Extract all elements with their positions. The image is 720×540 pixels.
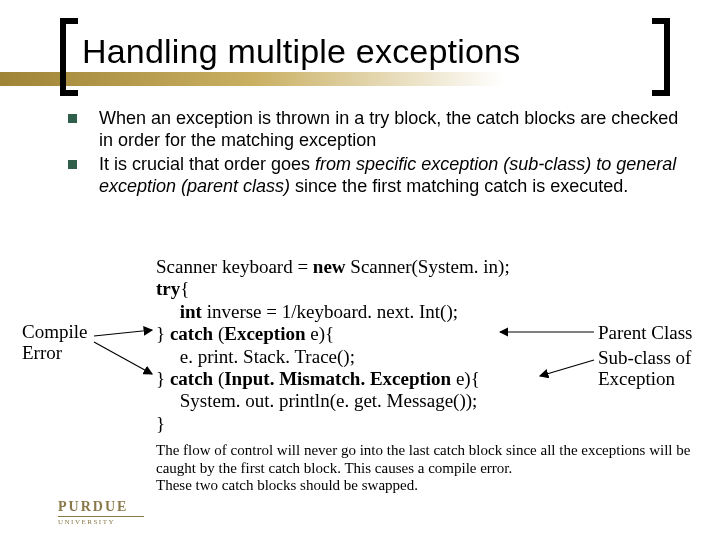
text: Compile xyxy=(22,322,87,343)
slide-title: Handling multiple exceptions xyxy=(82,32,520,71)
text: since the first matching catch is execut… xyxy=(290,176,628,196)
code-text: inverse = 1/keyboard. next. Int(); xyxy=(202,301,458,322)
text: These two catch blocks should be swapped… xyxy=(156,477,704,495)
code-keyword: new xyxy=(313,256,346,277)
code-text: e){ xyxy=(306,323,335,344)
text: It is crucial that order goes xyxy=(99,154,315,174)
logo-text: PURDUE xyxy=(58,499,144,515)
code-block: Scanner keyboard = new Scanner(System. i… xyxy=(156,256,510,435)
label-parent-class: Parent Class xyxy=(598,322,692,344)
label-subclass: Sub-class of Exception xyxy=(598,348,691,390)
list-item: It is crucial that order goes from speci… xyxy=(68,154,680,198)
bullet-icon xyxy=(68,114,77,123)
code-type: Input. Mismatch. Exception xyxy=(224,368,451,389)
code-text: e. print. Stack. Trace(); xyxy=(156,346,355,367)
code-keyword: catch xyxy=(170,323,213,344)
list-item: When an exception is thrown in a try blo… xyxy=(68,108,680,152)
code-keyword: int xyxy=(180,301,202,322)
code-text: } xyxy=(156,323,170,344)
code-text: } xyxy=(156,368,170,389)
svg-line-0 xyxy=(94,330,152,336)
code-text: { xyxy=(180,278,189,299)
code-keyword: catch xyxy=(170,368,213,389)
svg-line-1 xyxy=(94,342,152,374)
code-text: Scanner keyboard = xyxy=(156,256,313,277)
label-compile-error: Compile Error xyxy=(22,322,87,364)
text: Exception xyxy=(598,369,691,390)
logo-text: UNIVERSITY xyxy=(58,516,144,526)
bullet-icon xyxy=(68,160,77,169)
code-text: System. out. println(e. get. Message()); xyxy=(156,390,477,411)
bracket-right-icon xyxy=(652,18,670,96)
code-text: } xyxy=(156,413,165,434)
text: The flow of control will never go into t… xyxy=(156,442,704,477)
bullet-list: When an exception is thrown in a try blo… xyxy=(68,108,680,200)
bracket-left-icon xyxy=(60,18,78,96)
text: Error xyxy=(22,343,87,364)
code-text: ( xyxy=(213,323,224,344)
svg-line-3 xyxy=(540,360,594,376)
title-container: Handling multiple exceptions xyxy=(60,18,670,98)
bullet-text: When an exception is thrown in a try blo… xyxy=(99,108,680,152)
text: Sub-class of xyxy=(598,348,691,369)
code-text: ( xyxy=(213,368,224,389)
code-text: Scanner(System. in); xyxy=(346,256,510,277)
code-text xyxy=(156,301,180,322)
bullet-text: It is crucial that order goes from speci… xyxy=(99,154,680,198)
code-type: Exception xyxy=(224,323,305,344)
code-keyword: try xyxy=(156,278,180,299)
purdue-logo: PURDUE UNIVERSITY xyxy=(58,499,144,526)
footnote: The flow of control will never go into t… xyxy=(156,442,704,495)
code-text: e){ xyxy=(451,368,480,389)
